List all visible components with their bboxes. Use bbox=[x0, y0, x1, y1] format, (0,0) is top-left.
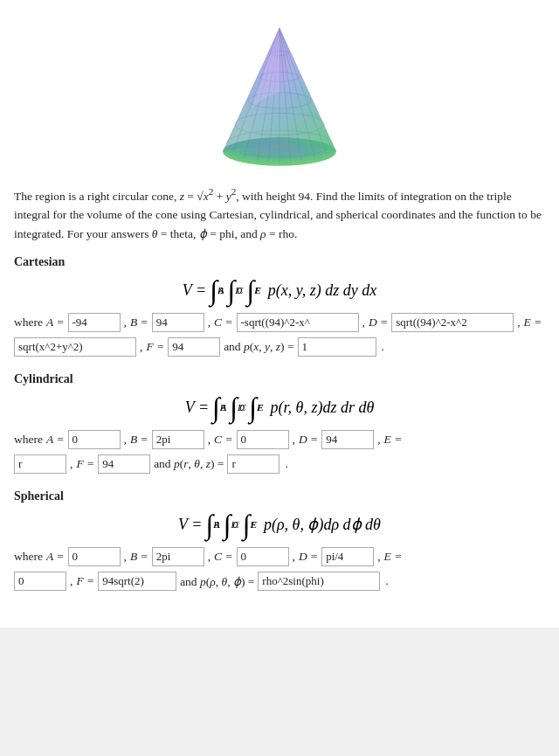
spherical-int2: ∫DC bbox=[224, 510, 239, 538]
cartesian-integral: V = ∫BA ∫DC ∫FE p(x, y, z) dz dy dx bbox=[14, 276, 545, 304]
spherical-D-input[interactable] bbox=[321, 547, 374, 566]
cartesian-comma4: , bbox=[517, 316, 520, 329]
spherical-V-label: V = bbox=[178, 516, 202, 534]
spherical-where-label: where bbox=[14, 550, 43, 564]
spherical-F-label: F = bbox=[76, 574, 94, 588]
spherical-p-label: and p(ρ, θ, ϕ) = bbox=[180, 574, 254, 589]
cartesian-B-input[interactable] bbox=[152, 313, 204, 332]
cylindrical-A-label: A = bbox=[46, 433, 65, 447]
spherical-integral: V = ∫BA ∫DC ∫FE p(ρ, θ, ϕ)dρ dϕ dθ bbox=[14, 510, 545, 538]
cartesian-where-row2: , F = and p(x, y, z) = . bbox=[14, 337, 545, 357]
cartesian-p-input[interactable] bbox=[298, 337, 376, 357]
spherical-E-input[interactable] bbox=[14, 572, 66, 591]
cylindrical-F-label: F = bbox=[76, 457, 94, 471]
cartesian-D-label: D = bbox=[369, 316, 388, 329]
cartesian-integrand: p(x, y, z) dz dy dx bbox=[268, 281, 377, 300]
cartesian-title: Cartesian bbox=[14, 255, 545, 269]
cylindrical-F-input[interactable] bbox=[98, 454, 150, 474]
cartesian-int2: ∫DC bbox=[227, 276, 243, 304]
cylindrical-int1: ∫BA bbox=[212, 393, 226, 421]
cartesian-F-label: F = bbox=[146, 340, 164, 354]
spherical-title: Spherical bbox=[14, 489, 545, 503]
spherical-F-input[interactable] bbox=[98, 572, 176, 591]
cylindrical-D-input[interactable] bbox=[321, 430, 374, 449]
cartesian-int1: ∫BA bbox=[210, 276, 224, 304]
cylindrical-p-label: and p(r, θ, z) = bbox=[154, 457, 224, 471]
cartesian-int3: ∫FE bbox=[246, 276, 260, 304]
cartesian-V-label: V = bbox=[183, 281, 206, 300]
cylindrical-C-label: C = bbox=[214, 433, 233, 447]
cylindrical-A-input[interactable] bbox=[68, 430, 121, 449]
spherical-E-label: E = bbox=[384, 550, 403, 564]
cylindrical-E-input[interactable] bbox=[14, 454, 66, 474]
cylindrical-section: Cylindrical V = ∫BA ∫DC ∫FE p(r, θ, z)dz… bbox=[14, 372, 545, 474]
cartesian-F-input[interactable] bbox=[168, 337, 220, 357]
cylindrical-D-label: D = bbox=[299, 433, 318, 447]
cylindrical-where-row1: where A = , B = , C = , D = , E = bbox=[14, 430, 545, 449]
cylindrical-integrand: p(r, θ, z)dz dr dθ bbox=[271, 399, 375, 417]
cylindrical-E-label: E = bbox=[384, 433, 403, 447]
cylindrical-where-row2: , F = and p(r, θ, z) = . bbox=[14, 454, 545, 474]
problem-description: The region is a right circular cone, z =… bbox=[14, 184, 545, 243]
spherical-where-row2: , F = and p(ρ, θ, ϕ) = . bbox=[14, 572, 545, 591]
cartesian-p-label: and p(x, y, z) = bbox=[224, 340, 293, 354]
cylindrical-int3: ∫FE bbox=[249, 393, 263, 421]
cartesian-C-label: C = bbox=[214, 316, 233, 329]
cartesian-comma3: , bbox=[362, 316, 365, 329]
cylindrical-V-label: V = bbox=[185, 399, 209, 417]
cartesian-comma5: , bbox=[140, 340, 142, 354]
spherical-A-input[interactable] bbox=[68, 547, 121, 566]
cartesian-where-row1: where A = , B = , C = , D = , E = bbox=[14, 313, 545, 332]
cylindrical-int2: ∫DC bbox=[230, 393, 245, 421]
cartesian-D-input[interactable] bbox=[391, 313, 514, 332]
cylindrical-p-input[interactable] bbox=[227, 454, 280, 474]
spherical-C-input[interactable] bbox=[237, 547, 289, 566]
main-page: The region is a right circular cone, z =… bbox=[0, 0, 559, 628]
cartesian-A-label: A = bbox=[46, 316, 65, 329]
spherical-C-label: C = bbox=[214, 550, 233, 564]
cylindrical-title: Cylindrical bbox=[14, 372, 545, 386]
cartesian-B-label: B = bbox=[130, 316, 148, 329]
cone-svg bbox=[201, 14, 358, 171]
cylindrical-where-label: where bbox=[14, 433, 43, 447]
cylindrical-C-input[interactable] bbox=[237, 430, 289, 449]
spherical-A-label: A = bbox=[46, 550, 65, 564]
cone-image-container bbox=[14, 14, 545, 171]
spherical-where-row1: where A = , B = , C = , D = , E = bbox=[14, 547, 545, 566]
spherical-integrand: p(ρ, θ, ϕ)dρ dϕ dθ bbox=[264, 515, 381, 534]
cartesian-where-label: where bbox=[14, 316, 43, 329]
cylindrical-integral: V = ∫BA ∫DC ∫FE p(r, θ, z)dz dr dθ bbox=[14, 393, 545, 421]
cylindrical-B-input[interactable] bbox=[152, 430, 204, 449]
cartesian-C-input[interactable] bbox=[237, 313, 359, 332]
spherical-D-label: D = bbox=[299, 550, 318, 564]
cartesian-comma1: , bbox=[124, 316, 127, 329]
spherical-int1: ∫BA bbox=[205, 510, 219, 538]
spherical-int3: ∫FE bbox=[243, 510, 257, 538]
spherical-B-input[interactable] bbox=[152, 547, 204, 566]
spherical-section: Spherical V = ∫BA ∫DC ∫FE p(ρ, θ, ϕ)dρ d… bbox=[14, 489, 545, 591]
cartesian-E-label: E = bbox=[524, 316, 542, 329]
cylindrical-B-label: B = bbox=[130, 433, 148, 447]
spherical-B-label: B = bbox=[130, 550, 148, 564]
spherical-p-input[interactable] bbox=[258, 572, 380, 591]
cartesian-section: Cartesian V = ∫BA ∫DC ∫FE p(x, y, z) dz … bbox=[14, 255, 545, 357]
cartesian-E-input[interactable] bbox=[14, 337, 136, 357]
cartesian-comma2: , bbox=[208, 316, 210, 329]
cartesian-A-input[interactable] bbox=[68, 313, 121, 332]
